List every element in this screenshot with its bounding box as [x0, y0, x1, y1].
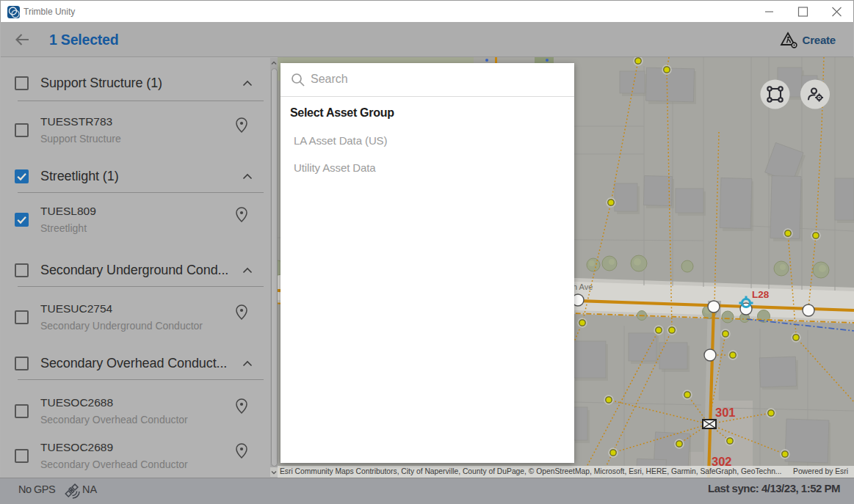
svg-text:L28: L28 [752, 289, 770, 300]
svg-text:301: 301 [715, 406, 736, 419]
svg-text:h Ave: h Ave [573, 282, 593, 291]
